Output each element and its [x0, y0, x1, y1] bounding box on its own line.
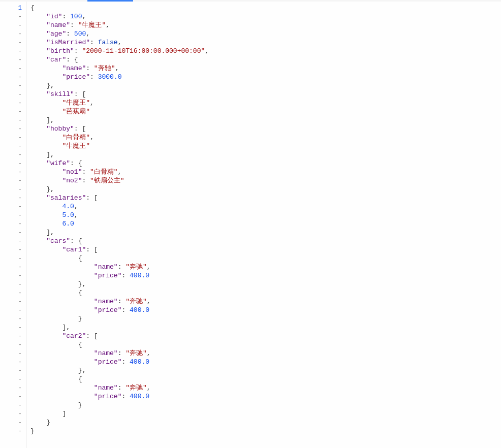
gutter-line[interactable]: - — [0, 219, 26, 228]
fold-marker-icon[interactable]: - — [18, 367, 22, 374]
fold-marker-icon[interactable]: - — [18, 22, 22, 29]
fold-marker-icon[interactable]: - — [18, 350, 22, 357]
gutter-line[interactable]: - — [0, 133, 26, 142]
gutter-line[interactable]: - — [0, 142, 26, 150]
fold-marker-icon[interactable]: - — [18, 151, 22, 158]
code-line[interactable]: }, — [30, 366, 501, 375]
fold-marker-icon[interactable]: - — [18, 402, 22, 409]
gutter-line[interactable]: - — [0, 29, 26, 38]
gutter-line[interactable]: - — [0, 47, 26, 55]
fold-marker-icon[interactable]: - — [18, 419, 22, 426]
fold-marker-icon[interactable]: - — [18, 143, 22, 150]
code-line[interactable]: }, — [30, 81, 501, 90]
code-line[interactable]: "birth": "2000-11-10T16:00:00.000+00:00"… — [30, 47, 501, 55]
gutter-line[interactable]: - — [0, 99, 26, 107]
code-line[interactable]: "hobby": [ — [30, 124, 501, 133]
fold-marker-icon[interactable]: - — [18, 238, 22, 245]
fold-marker-icon[interactable]: - — [18, 177, 22, 184]
gutter-line[interactable]: - — [0, 383, 26, 392]
gutter-line[interactable]: - — [0, 237, 26, 245]
code-line[interactable]: "car1": [ — [30, 245, 501, 254]
gutter-line[interactable]: - — [0, 116, 26, 124]
fold-marker-icon[interactable]: - — [18, 74, 22, 81]
gutter-line[interactable]: - — [0, 245, 26, 254]
code-line[interactable]: ] — [30, 409, 501, 418]
fold-marker-icon[interactable]: - — [18, 39, 22, 46]
fold-marker-icon[interactable]: - — [18, 298, 22, 305]
fold-marker-icon[interactable]: - — [18, 65, 22, 72]
gutter-line[interactable]: 1 — [0, 4, 26, 12]
fold-marker-icon[interactable]: - — [18, 428, 22, 435]
gutter-line[interactable]: - — [0, 12, 26, 21]
fold-marker-icon[interactable]: - — [18, 333, 22, 340]
gutter-line[interactable]: - — [0, 73, 26, 81]
gutter-line[interactable]: - — [0, 280, 26, 289]
fold-marker-icon[interactable]: - — [18, 376, 22, 383]
fold-marker-icon[interactable]: - — [18, 203, 22, 210]
code-line[interactable]: "name": "奔驰", — [30, 64, 501, 73]
code-line[interactable]: "name": "奔驰", — [30, 383, 501, 392]
code-line[interactable]: ], — [30, 228, 501, 237]
gutter-line[interactable]: - — [0, 228, 26, 237]
fold-marker-icon[interactable]: - — [18, 281, 22, 288]
code-line[interactable]: "芭蕉扇" — [30, 107, 501, 116]
fold-marker-icon[interactable]: - — [18, 13, 22, 20]
gutter-line[interactable]: - — [0, 38, 26, 47]
code-line[interactable]: "白骨精", — [30, 133, 501, 142]
code-line[interactable]: "salaries": [ — [30, 194, 501, 202]
fold-marker-icon[interactable]: - — [18, 307, 22, 314]
code-line[interactable]: 6.0 — [30, 219, 501, 228]
gutter-line[interactable]: - — [0, 194, 26, 202]
gutter[interactable]: 1---------------------------------------… — [0, 2, 26, 448]
fold-marker-icon[interactable]: - — [18, 100, 22, 107]
code-line[interactable]: } — [30, 314, 501, 323]
fold-marker-icon[interactable]: - — [18, 82, 22, 89]
code-line[interactable]: { — [30, 4, 501, 12]
gutter-line[interactable]: - — [0, 55, 26, 64]
code-line[interactable]: "price": 3000.0 — [30, 73, 501, 81]
code-line[interactable]: ], — [30, 116, 501, 124]
code-line[interactable]: } — [30, 427, 501, 435]
gutter-line[interactable]: - — [0, 254, 26, 263]
code-line[interactable]: "id": 100, — [30, 12, 501, 21]
gutter-line[interactable]: - — [0, 306, 26, 314]
code-line[interactable]: "isMarried": false, — [30, 38, 501, 47]
code-line[interactable]: "wife": { — [30, 159, 501, 168]
fold-marker-icon[interactable]: - — [18, 160, 22, 167]
fold-marker-icon[interactable]: - — [18, 220, 22, 228]
code-line[interactable]: ], — [30, 150, 501, 159]
gutter-line[interactable]: - — [0, 340, 26, 349]
code-line[interactable]: "skill": [ — [30, 90, 501, 99]
code-line[interactable]: "price": 400.0 — [30, 392, 501, 401]
gutter-line[interactable]: - — [0, 358, 26, 366]
fold-marker-icon[interactable]: - — [18, 56, 22, 63]
gutter-line[interactable]: - — [0, 401, 26, 409]
fold-marker-icon[interactable]: - — [18, 48, 22, 55]
gutter-line[interactable]: - — [0, 150, 26, 159]
code-line[interactable]: "name": "奔驰", — [30, 297, 501, 306]
gutter-line[interactable]: - — [0, 176, 26, 185]
code-line[interactable]: "name": "奔驰", — [30, 263, 501, 271]
code-line[interactable]: "牛魔王", — [30, 99, 501, 107]
code-line[interactable]: 5.0, — [30, 211, 501, 219]
fold-marker-icon[interactable]: - — [18, 410, 22, 418]
code-line[interactable]: "price": 400.0 — [30, 271, 501, 280]
gutter-line[interactable]: - — [0, 409, 26, 418]
gutter-line[interactable]: - — [0, 64, 26, 73]
fold-marker-icon[interactable]: - — [18, 108, 22, 115]
gutter-line[interactable]: - — [0, 211, 26, 219]
fold-marker-icon[interactable]: - — [18, 30, 22, 38]
fold-marker-icon[interactable]: - — [18, 385, 22, 392]
fold-marker-icon[interactable]: - — [18, 315, 22, 323]
fold-marker-icon[interactable]: - — [18, 195, 22, 202]
gutter-line[interactable]: - — [0, 297, 26, 306]
code-line[interactable]: "name": "牛魔王", — [30, 21, 501, 29]
fold-marker-icon[interactable]: - — [18, 324, 22, 331]
code-line[interactable]: "car": { — [30, 55, 501, 64]
code-line[interactable]: "name": "奔驰", — [30, 349, 501, 358]
code-line[interactable]: "cars": { — [30, 237, 501, 245]
gutter-line[interactable]: - — [0, 124, 26, 133]
gutter-line[interactable]: - — [0, 202, 26, 211]
gutter-line[interactable]: - — [0, 159, 26, 168]
gutter-line[interactable]: - — [0, 289, 26, 297]
